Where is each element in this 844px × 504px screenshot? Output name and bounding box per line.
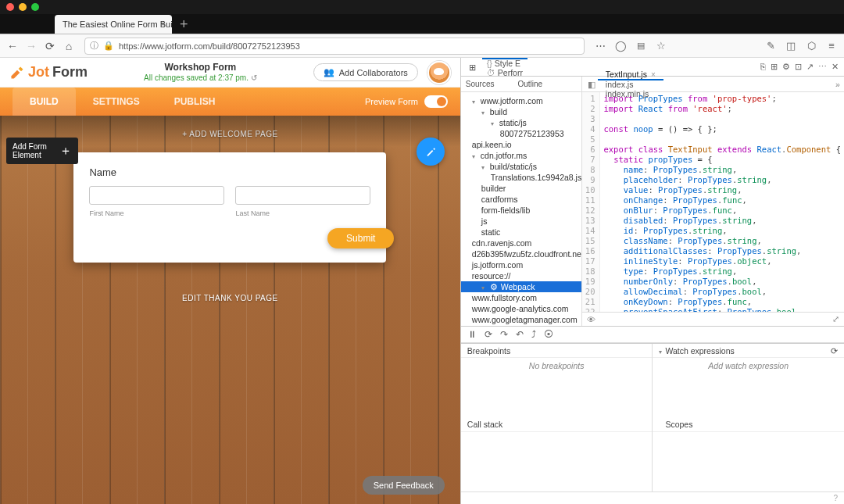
eye-icon[interactable]: 👁 xyxy=(587,315,595,324)
source-tree-node[interactable]: www.jotform.com xyxy=(461,95,581,106)
shield2-icon[interactable]: ⬡ xyxy=(805,40,817,52)
add-collaborators-button[interactable]: 👥 Add Collaborators xyxy=(313,63,418,81)
watch-refresh-icon[interactable]: ⟳ xyxy=(831,346,838,356)
devtools-picker-icon[interactable]: ⊞ xyxy=(464,58,481,76)
url-text: https://www.jotform.com/build/8007275212… xyxy=(119,41,300,51)
source-tree-node[interactable]: builder xyxy=(461,183,581,194)
os-close-dot[interactable] xyxy=(6,3,14,11)
devtools-action-icon[interactable]: ⚙ xyxy=(780,62,792,71)
source-tree-node[interactable]: js.jotform.com xyxy=(461,259,581,270)
info-icon[interactable]: ⓘ xyxy=(90,40,98,52)
scopes-header[interactable]: Scopes xyxy=(653,418,844,432)
reload-button[interactable]: ⟳ xyxy=(44,40,56,52)
jotform-logo[interactable]: JotForm xyxy=(9,64,88,80)
preview-toggle[interactable]: Preview Form xyxy=(365,95,448,108)
first-name-input[interactable] xyxy=(89,186,224,205)
devtools-action-icon[interactable]: ↗ xyxy=(804,62,816,71)
os-min-dot[interactable] xyxy=(19,3,27,11)
add-form-element-button[interactable]: Add Form Element ＋ xyxy=(6,138,78,164)
toggle-switch[interactable] xyxy=(424,95,448,108)
field-label[interactable]: Name xyxy=(89,166,370,178)
forward-button[interactable]: → xyxy=(25,40,38,52)
magic-wand-fab[interactable] xyxy=(417,138,445,166)
close-file-icon[interactable]: × xyxy=(651,70,656,79)
source-tree-node[interactable]: 80072752123953 xyxy=(461,128,581,139)
source-tree-node[interactable]: api.keen.io xyxy=(461,139,581,150)
source-tree-node[interactable]: js xyxy=(461,216,581,227)
browser-tab-active[interactable]: The Easiest Online Form Builde × xyxy=(55,15,172,34)
hamburger-icon[interactable]: ≡ xyxy=(825,40,838,52)
breakpoints-header[interactable]: Breakpoints xyxy=(461,344,653,358)
home-button[interactable]: ⌂ xyxy=(63,40,75,52)
sources-tab[interactable]: Sources xyxy=(466,80,495,88)
tab-publish[interactable]: PUBLISH xyxy=(157,88,233,116)
sourcemap-toggle-icon[interactable]: ⤢ xyxy=(832,314,839,324)
file-nav-icon[interactable]: ◧ xyxy=(585,80,598,89)
source-tree-node[interactable]: cardforms xyxy=(461,194,581,205)
close-tab-icon[interactable]: × xyxy=(160,19,166,30)
outline-tab[interactable]: Outline xyxy=(518,80,543,88)
devtools-tab-perforr[interactable]: ⏱ Perforr xyxy=(482,68,528,77)
tab-settings[interactable]: SETTINGS xyxy=(76,88,157,116)
history-icon[interactable]: ↺ xyxy=(251,73,257,82)
source-tree-node[interactable]: www.google-analytics.com xyxy=(461,303,581,314)
debug-control-icon[interactable]: ↶ xyxy=(516,329,524,340)
source-tree-node[interactable]: build xyxy=(461,106,581,117)
source-tree-node[interactable]: Translations.1c9942a8.js xyxy=(461,172,581,183)
debugger-controls: ⏸⟳↷↶⤴⦿ xyxy=(461,326,844,343)
tab-build[interactable]: BUILD xyxy=(13,88,76,116)
devtools-action-icon[interactable]: ⊞ xyxy=(768,62,780,71)
source-tree-node[interactable]: cdn.jotfor.ms xyxy=(461,150,581,161)
devtools-action-icon[interactable]: ✕ xyxy=(829,62,841,71)
os-max-dot[interactable] xyxy=(31,3,39,11)
debug-control-icon[interactable]: ⟳ xyxy=(485,329,492,340)
devtools-action-icon[interactable]: ⎘ xyxy=(758,62,768,71)
source-tree-node[interactable]: form-fields/lib xyxy=(461,205,581,216)
sidebar-icon[interactable]: ◫ xyxy=(785,40,797,52)
debug-control-icon[interactable]: ⤴ xyxy=(531,329,536,340)
devtools-tab-style e[interactable]: {} Style E xyxy=(482,59,528,68)
file-tab[interactable]: TextInput.js × xyxy=(598,70,663,80)
source-tree-node[interactable]: d26b395fwzu5fz.cloudfront.net xyxy=(461,248,581,259)
source-tree-node[interactable]: cdn.ravenjs.com xyxy=(461,238,581,248)
last-name-input[interactable] xyxy=(235,186,370,205)
flag-icon[interactable]: ▤ xyxy=(635,41,647,51)
file-tab[interactable]: index.js xyxy=(598,80,663,89)
devtools-help-icon[interactable]: ? xyxy=(833,494,838,502)
source-tree-node[interactable]: static xyxy=(461,227,581,238)
debug-control-icon[interactable]: ↷ xyxy=(500,329,508,340)
source-tree-node[interactable]: resource:// xyxy=(461,270,581,281)
edit-icon[interactable]: ✎ xyxy=(764,40,777,52)
submit-button[interactable]: Submit xyxy=(327,228,394,248)
source-tree-node[interactable]: www.fullstory.com xyxy=(461,292,581,303)
edit-thankyou-link[interactable]: EDIT THANK YOU PAGE xyxy=(0,263,460,334)
form-canvas: Add Form Element ＋ + ADD WELCOME PAGE Na… xyxy=(0,116,460,504)
send-feedback-button[interactable]: Send Feedback xyxy=(363,476,445,495)
form-title[interactable]: Workshop Form xyxy=(88,63,313,73)
watch-header[interactable]: Watch expressions⟳ xyxy=(653,344,844,358)
back-button[interactable]: ← xyxy=(6,40,19,52)
file-tabs-overflow[interactable]: » xyxy=(831,80,844,89)
source-tree-node[interactable]: static/js xyxy=(461,117,581,128)
source-tree-node[interactable]: ⚙ Webpack xyxy=(461,281,581,292)
devtools-action-icon[interactable]: ⊡ xyxy=(792,62,804,71)
watch-placeholder[interactable]: Add watch expression xyxy=(653,358,844,418)
new-tab-button[interactable]: + xyxy=(172,15,196,34)
code-editor[interactable]: 1 2 3 4 5 6 7 8 9 10 11 12 13 14 15 16 1… xyxy=(582,92,844,312)
devtools-action-icon[interactable]: ⋯ xyxy=(816,62,829,71)
url-bar[interactable]: ⓘ 🔒 https://www.jotform.com/build/800727… xyxy=(84,38,585,55)
bookmark-star-icon[interactable]: ☆ xyxy=(655,40,667,52)
builder-tabs: BUILD SETTINGS PUBLISH Preview Form xyxy=(0,88,460,116)
callstack-header[interactable]: Call stack xyxy=(461,418,653,432)
source-tree-node[interactable]: build/static/js xyxy=(461,161,581,172)
jotform-app: JotForm Workshop Form All changes saved … xyxy=(0,58,460,504)
devtools-end-icons: ⎘⊞⚙⊡↗⋯✕ xyxy=(758,62,841,72)
user-avatar[interactable] xyxy=(427,61,451,84)
debug-control-icon[interactable]: ⦿ xyxy=(544,329,553,340)
source-tree-node[interactable]: www.googletagmanager.com xyxy=(461,314,581,325)
source-tree[interactable]: www.jotform.combuildstatic/js80072752123… xyxy=(461,92,581,326)
debug-control-icon[interactable]: ⏸ xyxy=(467,329,477,340)
name-field-card[interactable]: Name First Name Last Name Submit xyxy=(73,152,386,263)
shield-icon[interactable]: ◯ xyxy=(614,40,627,52)
more-icon[interactable]: ⋯ xyxy=(594,40,606,52)
